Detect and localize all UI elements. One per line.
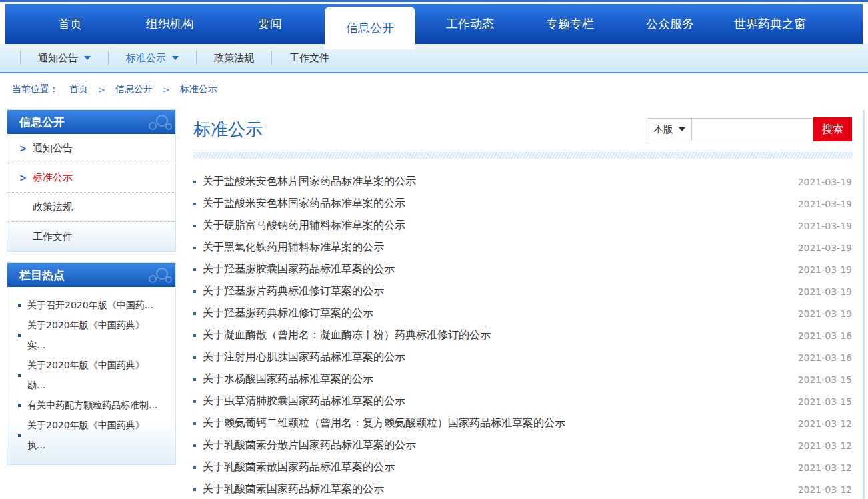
announcement-title[interactable]: 关于水杨酸国家药品标准草案的公示 [203, 372, 790, 386]
announcement-row: 关于乳酸菌素散国家药品标准草案的公示 2021-03-12 [193, 456, 852, 478]
hot-topic-item[interactable]: 有关中药配方颗粒药品标准制... [18, 395, 167, 415]
nav-tab-label: 公众服务 [646, 16, 694, 32]
announcement-title[interactable]: 关于乳酸菌素散国家药品标准草案的公示 [203, 460, 790, 474]
announcement-title[interactable]: 关于黑氧化铁药用辅料标准草案的公示 [203, 241, 790, 254]
breadcrumb: 当前位置： 首页 > 信息公开 > 标准公示 [0, 73, 868, 105]
announcement-row: 关于赖氨葡钙二维颗粒（曾用名：复方赖氨酸颗粒）国家药品标准草案的公示 2021-… [193, 412, 852, 434]
announcement-row: 关于羟基脲片药典标准修订草案的公示 2021-03-19 [193, 280, 852, 302]
nav-tab-label: 信息公开 [346, 20, 394, 36]
breadcrumb-links: 首页 > 信息公开 > 标准公示 [69, 83, 217, 95]
announcement-row: 关于注射用心肌肽国家药品标准草案的公示 2021-03-16 [193, 346, 852, 368]
chevron-down-icon [84, 56, 91, 60]
announcement-date: 2021-03-12 [798, 418, 852, 429]
sidebar: 信息公开 > 通知公告 > 标准公示 [7, 109, 176, 476]
hot-topic-item[interactable]: 关于2020年版《中国药典》勘... [18, 355, 167, 395]
announcement-title[interactable]: 关于羟基脲药典标准修订草案的公示 [203, 306, 790, 320]
sidebar-item-label: 通知公告 [33, 142, 73, 155]
breadcrumb-link[interactable]: 标准公示 [180, 83, 217, 95]
sidebar-item-label: 政策法规 [33, 201, 73, 213]
sidebar-item-label: 工作文件 [33, 231, 73, 243]
announcement-row: 关于乳酸菌素国家药品标准草案的公示 2021-03-12 [193, 478, 852, 499]
hot-topic-label: 有关中药配方颗粒药品标准制... [27, 395, 158, 415]
announcement-title[interactable]: 关于盐酸米安色林国家药品标准草案的公示 [203, 197, 790, 211]
chevron-down-icon [172, 56, 179, 60]
hot-topic-label: 关于召开2020年版《中国药... [27, 295, 158, 315]
page-content: 信息公开 > 通知公告 > 标准公示 [0, 105, 868, 499]
announcement-row: 关于硬脂富马酸钠药用辅料标准草案的公示 2021-03-19 [193, 215, 852, 237]
search-input[interactable] [692, 118, 813, 141]
sidebar-info-header: 信息公开 [7, 110, 175, 134]
hot-topic-item[interactable]: 关于召开2020年版《中国药... [18, 295, 167, 315]
announcement-title[interactable]: 关于注射用心肌肽国家药品标准草案的公示 [203, 350, 790, 364]
announcement-title[interactable]: 关于赖氨葡钙二维颗粒（曾用名：复方赖氨酸颗粒）国家药品标准草案的公示 [203, 416, 790, 430]
hot-topic-label: 关于2020年版《中国药典》执... [27, 415, 158, 455]
sidebar-item[interactable]: > 工作文件 [7, 222, 175, 251]
bullet-icon [193, 203, 196, 205]
announcement-date: 2021-03-19 [798, 264, 852, 275]
cloud-decoration-icon [129, 111, 173, 131]
announcement-title[interactable]: 关于硬脂富马酸钠药用辅料标准草案的公示 [203, 219, 790, 233]
subnav-item[interactable]: 通知公告 [20, 51, 108, 65]
breadcrumb-label: 当前位置： [12, 83, 59, 95]
announcement-title[interactable]: 关于凝血酶散（曾用名：凝血酶冻干粉）药典标准修订的公示 [203, 328, 790, 342]
announcement-date: 2021-03-12 [798, 462, 852, 473]
subnav-item[interactable]: 标准公示 [108, 51, 196, 65]
announcement-title[interactable]: 关于羟基脲胶囊国家药品标准草案的公示 [203, 262, 790, 276]
announcement-row: 关于虫草清肺胶囊国家药品标准草案的公示 2021-03-15 [193, 390, 852, 412]
announcement-date: 2021-03-19 [798, 199, 852, 209]
subnav-item-label: 政策法规 [214, 52, 254, 65]
announcement-date: 2021-03-15 [798, 396, 852, 407]
bullet-icon [193, 400, 196, 403]
breadcrumb-segment: > 标准公示 [153, 83, 217, 95]
chevron-right-icon: > [19, 142, 33, 155]
announcement-date: 2021-03-19 [798, 177, 852, 187]
search-button[interactable]: 搜索 [813, 117, 852, 141]
bullet-icon [193, 466, 196, 469]
cloud-decoration-icon [129, 264, 173, 284]
sidebar-item[interactable]: > 通知公告 [7, 134, 175, 163]
announcement-row: 关于乳酸菌素分散片国家药品标准草案的公示 2021-03-12 [193, 434, 852, 456]
nav-tab-label: 组织机构 [146, 16, 194, 32]
subnav-item[interactable]: 工作文件 [271, 51, 347, 65]
nav-tab[interactable]: 专题专栏 [520, 4, 620, 44]
nav-tab[interactable]: 首页 [20, 4, 120, 44]
announcement-date: 2021-03-12 [798, 484, 852, 495]
announcement-date: 2021-03-16 [798, 330, 852, 341]
nav-tab[interactable]: 世界药典之窗 [720, 4, 820, 44]
chevron-right-icon: > [19, 171, 33, 184]
search-scope-select[interactable]: 本版 [647, 118, 692, 141]
nav-tab[interactable]: 组织机构 [120, 4, 220, 44]
nav-tab[interactable]: 工作动态 [420, 4, 520, 44]
bullet-icon [193, 268, 196, 271]
breadcrumb-link[interactable]: 首页 [69, 83, 88, 95]
announcement-date: 2021-03-15 [798, 374, 852, 385]
hot-topic-item[interactable]: 关于2020年版《中国药典》执... [18, 415, 167, 455]
sidebar-item-label: 标准公示 [33, 171, 73, 184]
breadcrumb-link[interactable]: 信息公开 [115, 83, 153, 95]
announcement-date: 2021-03-19 [798, 308, 852, 319]
nav-tab[interactable]: 公众服务 [620, 4, 720, 44]
announcement-list: 关于盐酸米安色林片国家药品标准草案的公示 2021-03-19 关于盐酸米安色林… [193, 171, 852, 499]
bullet-icon [193, 334, 196, 337]
sidebar-hot-header: 栏目热点 [7, 263, 175, 287]
announcement-row: 关于黑氧化铁药用辅料标准草案的公示 2021-03-19 [193, 237, 852, 258]
announcement-title[interactable]: 关于乳酸菌素国家药品标准草案的公示 [203, 482, 790, 496]
announcement-date: 2021-03-16 [798, 352, 852, 363]
announcement-row: 关于羟基脲胶囊国家药品标准草案的公示 2021-03-19 [193, 258, 852, 280]
sidebar-item[interactable]: > 政策法规 [7, 193, 175, 222]
nav-tab[interactable]: 要闻 [220, 4, 320, 44]
title-row: 标准公示 本版 搜索 [193, 117, 852, 141]
announcement-row: 关于盐酸米安色林片国家药品标准草案的公示 2021-03-19 [193, 171, 852, 193]
hot-topic-label: 关于2020年版《中国药典》实... [27, 315, 158, 355]
subnav-item[interactable]: 政策法规 [196, 51, 271, 65]
subnav-item-label: 工作文件 [289, 52, 329, 65]
search-scope-value: 本版 [653, 123, 673, 136]
announcement-title[interactable]: 关于乳酸菌素分散片国家药品标准草案的公示 [203, 438, 790, 452]
nav-tab-label: 专题专栏 [546, 16, 594, 32]
announcement-title[interactable]: 关于羟基脲片药典标准修订草案的公示 [203, 284, 790, 298]
nav-tab[interactable]: 信息公开 [325, 7, 415, 49]
sidebar-item[interactable]: > 标准公示 [7, 163, 175, 193]
announcement-title[interactable]: 关于虫草清肺胶囊国家药品标准草案的公示 [203, 394, 790, 408]
announcement-title[interactable]: 关于盐酸米安色林片国家药品标准草案的公示 [203, 175, 790, 189]
hot-topic-item[interactable]: 关于2020年版《中国药典》实... [18, 315, 167, 355]
